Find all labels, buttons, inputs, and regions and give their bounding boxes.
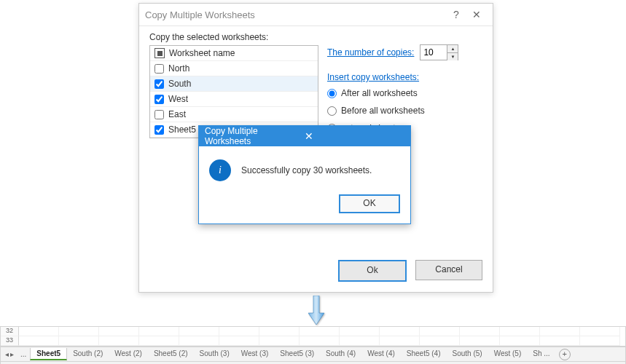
sheet-tab[interactable]: South (4) [320,348,361,360]
worksheet-name: Sheet5 [168,124,196,135]
sheet-tab[interactable]: Sheet5 [30,348,67,360]
copies-label[interactable]: The number of copies: [327,47,414,58]
tab-nav-next-icon[interactable]: ▸ [10,350,14,358]
cell[interactable] [580,336,620,346]
worksheet-name: North [168,63,189,74]
sheet-tab[interactable]: Sheet5 (2) [148,348,194,360]
cell[interactable] [460,336,500,346]
cell[interactable] [19,327,59,336]
worksheet-grid[interactable]: 3233 [1,327,625,347]
radio-input[interactable] [327,89,337,98]
info-icon: i [209,159,231,181]
cell[interactable] [59,327,99,336]
list-header[interactable]: Worksheet name [150,46,318,61]
row-header[interactable]: 32 [1,327,19,336]
msgbox-titlebar: Copy Multiple Worksheets ✕ [199,126,410,146]
cell[interactable] [99,327,139,336]
spin-down-icon[interactable]: ▼ [447,53,458,60]
cancel-button[interactable]: Cancel [415,260,482,280]
cell[interactable] [540,327,580,336]
cell[interactable] [59,336,99,346]
msgbox-close-icon[interactable]: ✕ [305,130,404,142]
insert-option[interactable]: Before all worksheets [327,106,458,116]
ok-button[interactable]: Ok [338,260,407,282]
worksheet-checkbox[interactable] [154,79,164,89]
cell[interactable] [500,336,540,346]
cell[interactable] [460,327,500,336]
tab-nav-prev-icon[interactable]: ◂ [5,350,9,358]
cell[interactable] [380,327,420,336]
cell[interactable] [99,336,139,346]
excel-window: 3233 ◂ ▸ ... Sheet5South (2)West (2)Shee… [0,326,626,364]
help-icon[interactable]: ? [446,9,466,20]
worksheet-name: West [168,94,188,104]
cell[interactable] [540,336,580,346]
cell[interactable] [580,327,620,336]
worksheet-checkbox[interactable] [154,110,164,119]
dialog-title: Copy Multiple Worksheets [145,9,446,20]
header-label: Worksheet name [169,48,235,58]
sheet-tab[interactable]: West (5) [488,348,528,360]
cell[interactable] [300,336,340,346]
sheet-tab[interactable]: Sheet5 (3) [274,348,320,360]
cell[interactable] [179,336,219,346]
new-sheet-button[interactable]: + [559,349,571,360]
cell[interactable] [300,327,340,336]
sheet-tab[interactable]: Sheet5 (4) [401,348,447,360]
cell[interactable] [219,327,259,336]
dialog-titlebar: Copy Multiple Worksheets ? ✕ [139,4,493,26]
cell[interactable] [500,327,540,336]
cell[interactable] [259,336,300,346]
sheet-tab[interactable]: West (4) [361,348,401,360]
worksheet-name: East [168,109,186,119]
insert-label[interactable]: Insert copy worksheets: [327,72,458,82]
cell[interactable] [340,336,380,346]
sheet-tab[interactable]: South (2) [67,348,109,360]
msgbox-text: Successfully copy 30 worksheets. [241,165,372,175]
copies-input[interactable] [420,45,447,60]
cell[interactable] [420,336,460,346]
cell[interactable] [19,336,59,346]
radio-input[interactable] [327,106,337,116]
msgbox-title: Copy Multiple Worksheets [205,126,305,146]
sheet-tab[interactable]: South (3) [194,348,235,360]
list-item[interactable]: West [150,92,318,107]
worksheet-name: South [168,79,191,89]
list-item[interactable]: South [150,76,318,92]
insert-option[interactable]: After all worksheets [327,88,458,98]
cell[interactable] [179,327,219,336]
msgbox-ok-button[interactable]: OK [339,194,400,213]
grid-row: 32 [1,327,625,336]
worksheet-checkbox[interactable] [154,95,164,104]
cell[interactable] [219,336,259,346]
worksheet-checkbox[interactable] [154,125,164,135]
cell[interactable] [259,327,300,336]
worksheet-checkbox[interactable] [154,64,164,74]
cell[interactable] [420,327,460,336]
sheet-tab[interactable]: Sh ... [527,348,555,360]
message-box: Copy Multiple Worksheets ✕ i Successfull… [198,125,411,224]
status-bar: Ready ▦ [1,361,625,364]
radio-label: After all worksheets [341,88,418,98]
cell[interactable] [139,336,179,346]
arrow-down-icon [308,296,324,327]
sheet-tab[interactable]: West (3) [235,348,275,360]
tab-overflow-left[interactable]: ... [17,349,30,359]
close-icon[interactable]: ✕ [466,9,487,20]
instruction-label: Copy the selected worksheets: [149,32,482,42]
list-item[interactable]: North [150,61,318,76]
grid-row: 33 [1,336,625,346]
row-header[interactable]: 33 [1,336,19,346]
worksheet-list: Worksheet name NorthSouthWestEastSheet5 [149,45,318,138]
select-all-checkbox[interactable] [154,48,165,58]
sheet-tab-bar: ◂ ▸ ... Sheet5South (2)West (2)Sheet5 (2… [1,347,625,361]
sheet-tab[interactable]: South (5) [447,348,488,360]
spin-up-icon[interactable]: ▲ [447,45,458,53]
sheet-tab[interactable]: West (2) [109,348,148,360]
list-item[interactable]: East [150,107,318,122]
cell[interactable] [139,327,179,336]
radio-label: Before all worksheets [341,106,425,116]
cell[interactable] [380,336,420,346]
cell[interactable] [340,327,380,336]
copies-spinner[interactable]: ▲ ▼ [420,44,458,60]
